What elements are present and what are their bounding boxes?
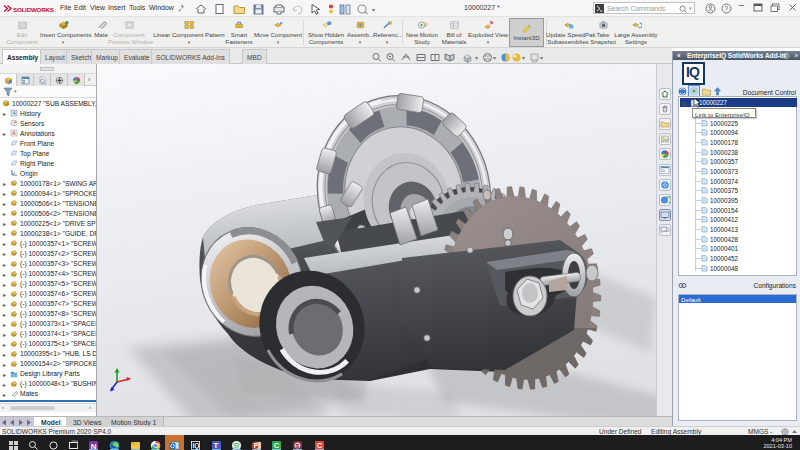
svg-text:▾: ▾ bbox=[522, 55, 525, 61]
svg-text:▾: ▾ bbox=[493, 55, 496, 61]
svg-text:A: A bbox=[12, 130, 16, 136]
svg-text:▾: ▾ bbox=[540, 55, 543, 61]
svg-text:SOLIDWORKS: SOLIDWORKS bbox=[13, 6, 54, 13]
svg-text:?: ? bbox=[724, 5, 728, 12]
svg-text:▾: ▾ bbox=[372, 7, 375, 13]
svg-text:▾: ▾ bbox=[475, 55, 478, 61]
